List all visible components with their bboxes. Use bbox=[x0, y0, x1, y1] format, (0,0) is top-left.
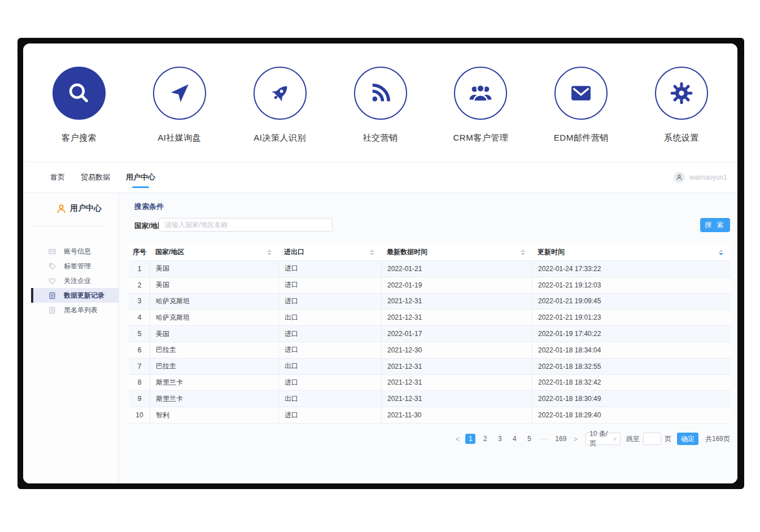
cell-latest-data-time: 2021-12-31 bbox=[381, 294, 532, 309]
table-row: 7 巴拉圭 出口 2021-12-31 2022-01-18 18:32:55 bbox=[129, 359, 730, 375]
cell-country: 美国 bbox=[150, 326, 278, 342]
user-avatar-icon bbox=[674, 172, 685, 183]
page-number-button[interactable]: ··· bbox=[539, 434, 549, 444]
page-number-button[interactable]: 1 bbox=[465, 434, 475, 444]
cell-import-export: 进口 bbox=[278, 294, 381, 309]
chevron-down-icon: ∨ bbox=[613, 436, 617, 442]
table-row: 5 美国 进口 2022-01-17 2022-01-19 17:40:22 bbox=[129, 326, 730, 342]
total-pages-label: 共169页 bbox=[705, 434, 730, 444]
gear-icon bbox=[655, 67, 708, 120]
cell-country: 巴拉圭 bbox=[150, 342, 278, 358]
sort-icon[interactable] bbox=[521, 250, 525, 255]
page-number-button[interactable]: 2 bbox=[480, 434, 490, 444]
cell-index: 5 bbox=[129, 326, 150, 342]
module-social-marketing[interactable]: 社交营销 bbox=[330, 67, 431, 162]
cell-import-export: 出口 bbox=[278, 309, 381, 325]
page-size-value: 10 条/页 bbox=[589, 429, 613, 448]
cell-update-time: 2022-01-21 19:12:03 bbox=[532, 277, 730, 293]
sidebar-item-data-update-log[interactable]: 数据更新记录 bbox=[31, 288, 119, 303]
module-ai-social-inquiry[interactable]: AI社媒询盘 bbox=[129, 67, 230, 162]
rss-icon bbox=[354, 67, 407, 120]
page-number-button[interactable]: 3 bbox=[495, 434, 505, 444]
cell-import-export: 进口 bbox=[278, 277, 381, 293]
nav-tabbar: 首页 贸易数据 用户中心 waimaoyun1 bbox=[23, 162, 737, 193]
cell-import-export: 出口 bbox=[278, 359, 381, 374]
sort-icon-active-desc[interactable] bbox=[719, 250, 723, 255]
sidebar-item-label: 账号信息 bbox=[64, 247, 91, 256]
module-ai-decision-maker[interactable]: AI决策人识别 bbox=[230, 67, 330, 162]
module-edm-marketing[interactable]: EDM邮件营销 bbox=[531, 67, 631, 162]
screenshot-canvas: 客户搜索 AI社媒询盘 bbox=[0, 0, 760, 532]
module-label: 客户搜索 bbox=[62, 133, 97, 143]
cell-update-time: 2022-01-21 19:01:23 bbox=[532, 309, 730, 325]
page-size-select[interactable]: 10 条/页 ∨ bbox=[586, 433, 621, 445]
sidebar-divider bbox=[31, 226, 104, 226]
sidebar-item-account-info[interactable]: 账号信息 bbox=[31, 244, 119, 259]
jump-page-input[interactable] bbox=[643, 433, 661, 445]
next-page-button[interactable]: > bbox=[570, 435, 581, 443]
rocket-icon bbox=[254, 67, 307, 120]
cell-latest-data-time: 2021-12-31 bbox=[381, 391, 532, 407]
module-crm-management[interactable]: CRM客户管理 bbox=[430, 67, 531, 162]
sidebar-item-tag-management[interactable]: 标签管理 bbox=[31, 259, 119, 273]
search-button[interactable]: 搜 索 bbox=[700, 218, 730, 232]
cell-update-time: 2022-01-19 17:40:22 bbox=[532, 326, 730, 342]
table-header-row: 序号 国家/地区 进出口 bbox=[129, 244, 730, 261]
cell-import-export: 进口 bbox=[278, 342, 381, 358]
cell-import-export: 进口 bbox=[278, 375, 381, 391]
sidebar-title: 用户中心 bbox=[70, 203, 102, 213]
sort-icon[interactable] bbox=[267, 250, 272, 255]
cell-latest-data-time: 2022-01-21 bbox=[381, 261, 532, 277]
confirm-button[interactable]: 确定 bbox=[677, 433, 698, 445]
cell-country: 巴拉圭 bbox=[150, 359, 278, 374]
sidebar: 用户中心 账号信息 bbox=[23, 193, 119, 483]
module-label: AI社媒询盘 bbox=[158, 133, 201, 143]
column-header-label: 进出口 bbox=[284, 247, 304, 257]
window-frame: 客户搜索 AI社媒询盘 bbox=[18, 38, 744, 489]
list-icon bbox=[49, 292, 56, 299]
cell-index: 10 bbox=[129, 407, 150, 423]
table-body: 1 美国 进口 2022-01-21 2022-01-24 17:33:22 2… bbox=[129, 261, 730, 424]
module-system-settings[interactable]: 系统设置 bbox=[631, 67, 732, 162]
cell-country: 美国 bbox=[150, 261, 278, 277]
column-header-label: 最新数据时间 bbox=[387, 247, 427, 257]
cell-update-time: 2022-01-18 18:32:42 bbox=[532, 375, 730, 391]
cell-update-time: 2022-01-18 18:32:55 bbox=[532, 359, 730, 374]
column-header-index: 序号 bbox=[129, 244, 150, 260]
sidebar-item-label: 黑名单列表 bbox=[64, 306, 98, 315]
tag-icon bbox=[49, 263, 56, 270]
cell-latest-data-time: 2022-01-17 bbox=[381, 326, 532, 342]
sidebar-item-label: 数据更新记录 bbox=[64, 291, 104, 300]
cell-index: 4 bbox=[129, 309, 150, 325]
cell-latest-data-time: 2021-12-31 bbox=[381, 309, 532, 325]
column-header-import-export: 进出口 bbox=[278, 244, 381, 260]
sidebar-item-followed-companies[interactable]: 关注企业 bbox=[31, 273, 119, 288]
tab-home[interactable]: 首页 bbox=[49, 169, 66, 186]
table-row: 8 斯里兰卡 进口 2021-12-31 2022-01-18 18:32:42 bbox=[129, 375, 730, 391]
tab-user-center[interactable]: 用户中心 bbox=[125, 169, 156, 186]
cell-latest-data-time: 2021-11-30 bbox=[381, 407, 532, 423]
page-word-label: 页 bbox=[665, 434, 671, 444]
search-section-title: 搜索条件 bbox=[134, 202, 164, 212]
sidebar-item-blacklist[interactable]: 黑名单列表 bbox=[31, 303, 119, 317]
module-customer-search[interactable]: 客户搜索 bbox=[29, 67, 129, 162]
user-chip[interactable]: waimaoyun1 bbox=[674, 172, 727, 183]
cell-latest-data-time: 2021-12-30 bbox=[381, 342, 532, 358]
cell-country: 智利 bbox=[150, 407, 278, 423]
page-number-button[interactable]: 169 bbox=[554, 434, 567, 444]
cell-country: 哈萨克斯坦 bbox=[150, 294, 278, 309]
person-icon bbox=[56, 204, 66, 213]
page-number-button[interactable]: 4 bbox=[509, 434, 519, 444]
country-input[interactable] bbox=[159, 218, 333, 232]
table-row: 9 斯里兰卡 出口 2021-12-31 2022-01-18 18:30:49 bbox=[129, 391, 730, 407]
sort-icon[interactable] bbox=[370, 250, 374, 255]
cell-index: 9 bbox=[129, 391, 150, 407]
page-body: 用户中心 账号信息 bbox=[23, 193, 737, 483]
sidebar-menu: 账号信息 标签管理 bbox=[23, 244, 119, 317]
tab-trade-data[interactable]: 贸易数据 bbox=[80, 169, 111, 186]
prev-page-button[interactable]: < bbox=[452, 435, 464, 443]
cell-update-time: 2022-01-24 17:33:22 bbox=[532, 261, 730, 277]
jump-to-label: 跳至 bbox=[626, 434, 640, 444]
page-number-button[interactable]: 5 bbox=[524, 434, 534, 444]
cell-index: 7 bbox=[129, 359, 150, 374]
